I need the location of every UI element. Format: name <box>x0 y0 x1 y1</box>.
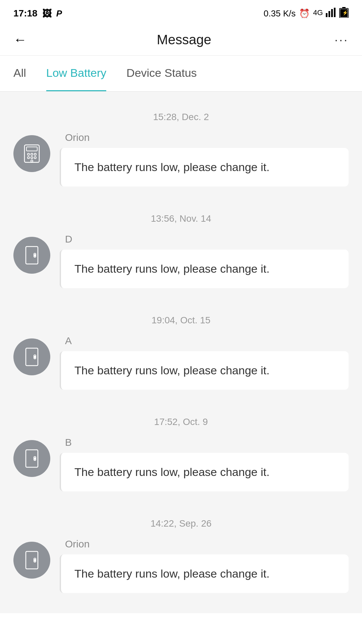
alarm-icon: ⏰ <box>299 8 310 19</box>
svg-point-15 <box>31 157 33 159</box>
svg-rect-4 <box>334 8 336 17</box>
message-group-0: 15:28, Dec. 2 Orion The battery <box>0 98 362 197</box>
svg-rect-3 <box>331 9 333 17</box>
tab-low-battery[interactable]: Low Battery <box>46 56 107 91</box>
svg-point-11 <box>27 153 29 155</box>
svg-point-14 <box>27 157 29 159</box>
message-body-1: D The battery runs low, please change it… <box>60 233 349 288</box>
svg-point-20 <box>34 255 36 256</box>
timestamp-4: 14:22, Sep. 26 <box>0 505 362 538</box>
avatar-4 <box>13 542 50 579</box>
image-icon: 🖼 <box>42 8 52 19</box>
message-body-0: Orion The battery runs low, please chang… <box>60 132 349 186</box>
avatar-0 <box>13 135 50 172</box>
speed-indicator: 0.35 K/s <box>264 8 296 19</box>
status-left: 17:18 🖼 P <box>13 8 62 19</box>
svg-text:⚡: ⚡ <box>342 10 348 16</box>
svg-point-16 <box>34 157 36 159</box>
avatar-1 <box>13 237 50 274</box>
message-bubble-1: The battery runs low, please change it. <box>60 250 349 288</box>
message-group-1: 13:56, Nov. 14 D The battery runs low, p… <box>0 200 362 298</box>
timestamp-0: 15:28, Dec. 2 <box>0 98 362 132</box>
back-button[interactable]: ← <box>13 32 34 47</box>
avatar-2 <box>13 338 50 375</box>
svg-point-13 <box>34 153 36 155</box>
battery-icon: ⚡ <box>339 7 349 20</box>
list-item: B The battery runs low, please change it… <box>0 437 362 501</box>
svg-point-28 <box>34 458 36 459</box>
list-item: Orion The battery runs low, please chang… <box>0 132 362 197</box>
page-title: Message <box>157 32 211 47</box>
svg-rect-10 <box>26 147 37 151</box>
sender-name-0: Orion <box>60 132 349 143</box>
svg-point-32 <box>34 559 36 561</box>
list-item: Orion The battery runs low, please chang… <box>0 538 362 603</box>
message-bubble-2: The battery runs low, please change it. <box>60 351 349 390</box>
sender-name-2: A <box>60 335 349 346</box>
wifi-icon <box>326 8 336 19</box>
sender-name-1: D <box>60 233 349 245</box>
svg-rect-1 <box>326 13 327 17</box>
parking-icon: P <box>56 8 62 19</box>
tab-all[interactable]: All <box>13 56 26 91</box>
message-list: 15:28, Dec. 2 Orion The battery <box>0 92 362 613</box>
app-header: ← Message ··· <box>0 24 362 56</box>
more-button[interactable]: ··· <box>335 33 349 47</box>
message-group-4: 14:22, Sep. 26 Orion The battery runs lo… <box>0 505 362 603</box>
tab-device-status[interactable]: Device Status <box>126 56 197 91</box>
svg-point-24 <box>34 356 36 358</box>
svg-rect-2 <box>328 11 330 17</box>
tab-bar: All Low Battery Device Status <box>0 56 362 92</box>
message-body-4: Orion The battery runs low, please chang… <box>60 538 349 593</box>
message-body-2: A The battery runs low, please change it… <box>60 335 349 390</box>
message-group-2: 19:04, Oct. 15 A The battery runs low, p… <box>0 302 362 400</box>
svg-rect-6 <box>342 7 346 9</box>
status-right: 0.35 K/s ⏰ 4G ⚡ <box>264 7 349 20</box>
message-bubble-4: The battery runs low, please change it. <box>60 554 349 593</box>
message-bubble-0: The battery runs low, please change it. <box>60 148 349 186</box>
svg-point-12 <box>31 153 33 155</box>
list-item: A The battery runs low, please change it… <box>0 335 362 400</box>
sender-name-4: Orion <box>60 538 349 550</box>
timestamp-1: 13:56, Nov. 14 <box>0 200 362 233</box>
avatar-3 <box>13 440 50 477</box>
signal-icon: 4G <box>313 8 322 19</box>
svg-text:4G: 4G <box>313 8 322 17</box>
message-bubble-3: The battery runs low, please change it. <box>60 453 349 491</box>
svg-point-17 <box>31 160 33 162</box>
status-bar: 17:18 🖼 P 0.35 K/s ⏰ 4G ⚡ <box>0 0 362 24</box>
timestamp-2: 19:04, Oct. 15 <box>0 302 362 335</box>
message-group-3: 17:52, Oct. 9 B The battery runs low, pl… <box>0 403 362 501</box>
status-time: 17:18 <box>13 8 38 19</box>
list-item: D The battery runs low, please change it… <box>0 233 362 298</box>
message-body-3: B The battery runs low, please change it… <box>60 437 349 491</box>
timestamp-3: 17:52, Oct. 9 <box>0 403 362 437</box>
sender-name-3: B <box>60 437 349 448</box>
